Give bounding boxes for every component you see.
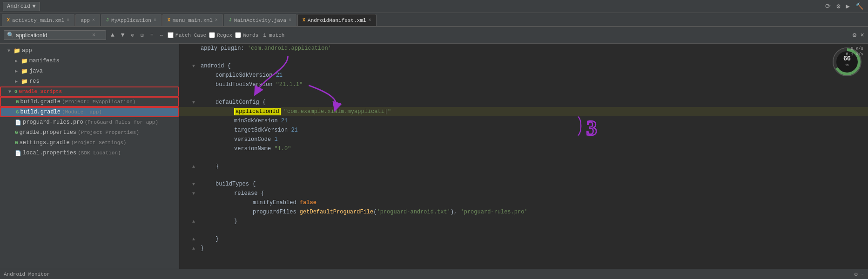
regex-checkbox[interactable] [209, 32, 215, 38]
code-line: buildToolsVersion "21.1.1" [179, 80, 868, 89]
tab-androidmanifest-xml[interactable]: X AndroidManifest.xml × [297, 14, 376, 26]
gradle-icon: G [15, 140, 18, 146]
find-all-button[interactable]: ⊕ [129, 31, 136, 39]
regex-option[interactable]: Regex [209, 32, 232, 38]
code-line: targetSdkVersion 21 [179, 126, 868, 135]
search-glass-icon: 🔍 [7, 32, 14, 39]
fold-arrow-icon[interactable]: ▼ [190, 64, 197, 69]
sidebar-item-secondary: (Project Settings) [71, 140, 127, 146]
tab-label: MainActivity.java [234, 18, 286, 23]
folder-icon: 📁 [13, 47, 20, 54]
tab-close-icon[interactable]: × [67, 18, 69, 23]
build-icon[interactable]: 🔨 [854, 1, 865, 11]
run-icon[interactable]: ▶ [844, 1, 852, 11]
code-content: minifyEnabled false [197, 199, 316, 206]
settings-top-icon[interactable]: ⚙ [834, 1, 842, 11]
code-content: } [197, 245, 204, 252]
code-line [179, 171, 868, 179]
folder-icon: 📁 [21, 68, 28, 75]
code-editor[interactable]: 3 apply plugin: 'com.android.application… [179, 44, 868, 269]
fold-arrow-icon[interactable]: ▲ [190, 164, 197, 169]
code-line [179, 89, 868, 98]
regex-label: Regex [217, 33, 232, 38]
tab-close-icon[interactable]: × [289, 18, 291, 23]
dropdown-arrow: ▼ [32, 3, 35, 10]
sidebar-item-secondary: (ProGuard Rules for app) [85, 120, 158, 125]
code-content: android { [197, 63, 231, 69]
match-case-checkbox[interactable] [168, 32, 174, 38]
sidebar-item-build-gradle-project[interactable]: G build.gradle (Project: MyApplication) [0, 97, 179, 107]
tab-activity-main-xml[interactable]: X activity_main.xml × [2, 14, 74, 26]
gradle-icon: G [16, 109, 19, 115]
sidebar-item-settings-gradle[interactable]: G settings.gradle (Project Settings) [0, 138, 179, 148]
sidebar-item-label: proguard-rules.pro [23, 119, 83, 126]
sidebar-item-gradle-properties[interactable]: G gradle.properties (Project Properties) [0, 127, 179, 138]
code-content: compileSdkVersion 21 [197, 72, 283, 79]
words-option[interactable]: Words [235, 32, 258, 38]
download-speed: 0 K/s [846, 46, 863, 52]
bottom-settings-icon[interactable]: ⚙ [854, 271, 858, 278]
next-match-button[interactable]: ▼ [119, 31, 127, 40]
tab-close-icon[interactable]: × [92, 18, 95, 23]
search-settings-icon[interactable]: ⚙ × [853, 31, 864, 39]
java-icon: J [106, 18, 109, 23]
search-input[interactable] [16, 32, 90, 39]
sidebar-item-label: manifests [29, 58, 60, 64]
network-monitor: 66 % 0 K/s 0.1 K/s [831, 46, 863, 78]
expand-arrow-icon: ▶ [15, 79, 20, 84]
code-line: apply plugin: 'com.android.application' [179, 44, 868, 53]
java-icon: J [229, 18, 232, 23]
tab-mainactivity-java[interactable]: J MainActivity.java × [224, 14, 296, 26]
filter-button[interactable]: ≡ [148, 32, 155, 39]
sidebar: ▼ 📁 app ▶ 📁 manifests ▶ 📁 java ▶ 📁 res ▼… [0, 44, 179, 269]
top-icons: ⟳ ⚙ ▶ 🔨 [823, 1, 865, 11]
tab-label: menu_main.xml [173, 18, 213, 23]
words-checkbox[interactable] [235, 32, 241, 38]
xml-icon: X [303, 18, 305, 23]
match-count: 1 match [263, 33, 284, 38]
code-line: versionName "1.0" [179, 144, 868, 153]
tab-app[interactable]: app × [75, 14, 100, 26]
sidebar-item-manifests[interactable]: ▶ 📁 manifests [0, 56, 179, 66]
sidebar-item-java[interactable]: ▶ 📁 java [0, 66, 179, 76]
prev-match-button[interactable]: ▲ [109, 31, 116, 40]
tab-close-icon[interactable]: × [215, 18, 218, 23]
code-content: } [197, 218, 237, 225]
sidebar-item-build-gradle-app[interactable]: G build.gradle (Module: app) [0, 107, 179, 117]
highlight-button[interactable]: ⊞ [139, 31, 146, 39]
tab-close-icon[interactable]: × [368, 18, 371, 23]
gradle-icon: G [15, 130, 18, 135]
bottom-bar-right: ⚙ - [854, 271, 864, 278]
fold-arrow-icon[interactable]: ▼ [190, 191, 197, 196]
fold-arrow-icon[interactable]: ▲ [190, 246, 197, 251]
more-options-button[interactable]: ⋯ [158, 31, 165, 39]
tab-menu-main-xml[interactable]: X menu_main.xml × [162, 14, 223, 26]
clear-search-icon[interactable]: × [92, 32, 95, 39]
sidebar-item-app[interactable]: ▼ 📁 app [0, 46, 179, 56]
sidebar-item-gradle-scripts[interactable]: ▼ G Gradle Scripts [0, 86, 179, 97]
sidebar-item-proguard[interactable]: 📄 proguard-rules.pro (ProGuard Rules for… [0, 117, 179, 127]
match-case-option[interactable]: Match Case [168, 32, 206, 38]
code-line: ▼ defaultConfig { [179, 98, 868, 107]
sync-icon[interactable]: ⟳ [823, 1, 833, 11]
sidebar-item-secondary: (SDK Location) [78, 150, 121, 156]
bottom-gear-icon[interactable]: - [861, 271, 864, 278]
expand-arrow-icon: ▼ [8, 89, 13, 94]
code-content: } [197, 163, 219, 170]
code-line [179, 226, 868, 234]
folder-icon: 📁 [21, 58, 28, 65]
fold-arrow-icon[interactable]: ▼ [190, 182, 197, 187]
code-line: ▲ } [179, 234, 868, 244]
tab-close-icon[interactable]: × [154, 18, 156, 23]
fold-arrow-icon[interactable]: ▼ [190, 100, 197, 105]
android-dropdown[interactable]: Android ▼ [3, 2, 40, 11]
fold-arrow-icon[interactable]: ▲ [190, 237, 197, 242]
gradle-icon: G [16, 99, 19, 105]
svg-text:%: % [845, 63, 848, 67]
sidebar-item-res[interactable]: ▶ 📁 res [0, 76, 179, 86]
fold-arrow-icon[interactable]: ▲ [190, 219, 197, 224]
sidebar-item-local-properties[interactable]: 📄 local.properties (SDK Location) [0, 148, 179, 158]
code-line-application-id: applicationId "com.example.xialm.myappli… [179, 107, 868, 116]
tab-label: AndroidManifest.xml [308, 18, 366, 23]
tab-myapplication[interactable]: J MyApplication × [101, 14, 161, 26]
